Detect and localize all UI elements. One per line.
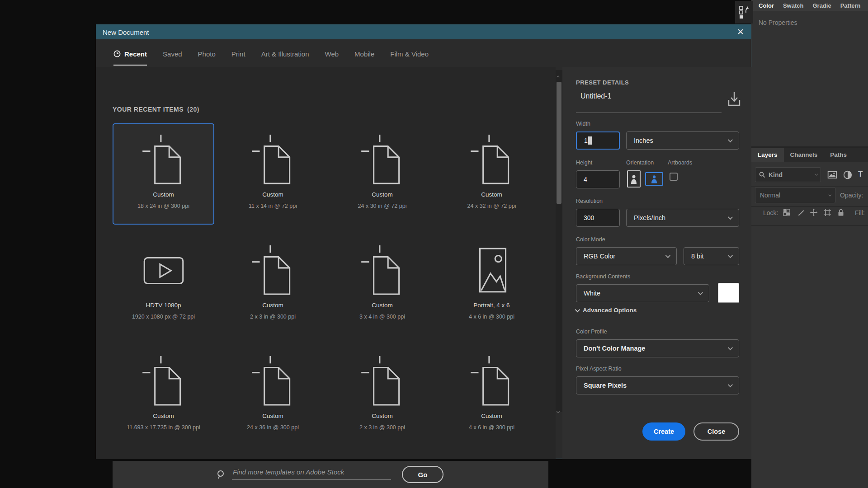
new-document-dialog: New Document ✕ RecentSavedPhotoPrintArt … (96, 24, 751, 459)
preset-item-size: 24 x 36 in @ 300 ppi (223, 424, 323, 431)
recent-items-heading: YOUR RECENT ITEMS(20) (113, 106, 199, 113)
preset-item-size: 2 x 3 in @ 300 ppi (223, 314, 323, 320)
preset-item[interactable]: Custom3 x 4 in @ 300 ppi (331, 234, 433, 335)
dialog-tab-bar: RecentSavedPhotoPrintArt & IllustrationW… (113, 39, 429, 67)
tab-mobile[interactable]: Mobile (354, 39, 374, 67)
artboards-checkbox[interactable] (670, 173, 678, 181)
tab-recent[interactable]: Recent (113, 39, 147, 67)
history-panel-icon (739, 5, 750, 19)
stock-search-input[interactable]: Find more templates on Adobe Stock (232, 467, 391, 480)
close-dialog-icon[interactable]: ✕ (735, 27, 746, 38)
tab-photo[interactable]: Photo (198, 39, 216, 67)
background-color-swatch[interactable] (718, 283, 739, 303)
collapsed-panel-button[interactable] (735, 1, 753, 23)
resolution-input[interactable]: 300 (576, 209, 620, 227)
preset-item[interactable]: Custom4 x 6 in @ 300 ppi (441, 345, 542, 446)
layer-filter-kind-dropdown[interactable]: Kind (755, 167, 821, 182)
preset-item[interactable]: Custom2 x 3 in @ 300 ppi (331, 345, 433, 446)
panel-tab-gradie[interactable]: Gradie (809, 0, 835, 11)
preset-item-name: Custom (442, 413, 542, 419)
preset-item[interactable]: HDTV 1080p1920 x 1080 px @ 72 ppi (113, 234, 214, 335)
scrollbar-thumb[interactable] (557, 82, 561, 204)
width-label: Width (576, 121, 590, 127)
preset-item-size: 4 x 6 in @ 300 ppi (442, 314, 542, 320)
preset-item-size: 24 x 30 in @ 72 ppi (332, 203, 432, 209)
preset-item-name: HDTV 1080p (113, 302, 213, 309)
panel-tab-pattern[interactable]: Pattern (837, 0, 864, 11)
preset-item-size: 18 x 24 in @ 300 ppi (113, 203, 213, 209)
pixel-aspect-ratio-dropdown[interactable]: Square Pixels (576, 376, 739, 394)
panel-tab-channels[interactable]: Channels (784, 148, 824, 162)
custom-doc-icon (113, 133, 213, 187)
grid-scrollbar[interactable] (556, 70, 562, 412)
custom-doc-icon (223, 244, 323, 297)
tab-art-illustration[interactable]: Art & Illustration (261, 39, 309, 67)
preset-details-heading: PRESET DETAILS (576, 79, 629, 86)
orientation-landscape-button[interactable] (645, 172, 663, 186)
panel-tab-swatch[interactable]: Swatch (779, 0, 807, 11)
color-profile-dropdown[interactable]: Don't Color Manage (576, 339, 739, 357)
bit-depth-dropdown[interactable]: 8 bit (684, 247, 739, 265)
scroll-up-icon[interactable] (557, 72, 561, 76)
panel-tab-color[interactable]: Color (755, 0, 778, 11)
lock-all-icon[interactable] (837, 208, 845, 216)
preset-item[interactable]: Custom2 x 3 in @ 300 ppi (222, 234, 324, 335)
preset-item-size: 4 x 6 in @ 300 ppi (442, 424, 542, 431)
lock-transparent-pixels-icon[interactable] (783, 208, 791, 216)
tab-print[interactable]: Print (231, 39, 245, 67)
preset-item-size: 24 x 32 in @ 72 ppi (442, 203, 542, 209)
document-name-input[interactable]: Untitled-1 (580, 92, 611, 100)
units-dropdown[interactable]: Inches (626, 131, 739, 150)
chevron-down-icon (665, 253, 670, 258)
color-mode-dropdown[interactable]: RGB Color (576, 247, 677, 265)
color-profile-label: Color Profile (576, 328, 607, 335)
preset-item[interactable]: Custom24 x 30 in @ 72 ppi (331, 123, 433, 225)
background-contents-dropdown[interactable]: White (576, 284, 709, 302)
preset-item-name: Custom (332, 302, 432, 309)
tab-saved[interactable]: Saved (163, 39, 182, 67)
artboards-label: Artboards (668, 160, 692, 166)
portrait-person-icon (630, 174, 637, 184)
chevron-down-icon (815, 173, 818, 176)
panel-tab-layers[interactable]: Layers (751, 148, 784, 162)
close-button[interactable]: Close (693, 422, 739, 441)
blend-mode-dropdown[interactable]: Normal (755, 187, 835, 203)
advanced-options-toggle[interactable]: Advanced Options (575, 307, 637, 314)
preset-item-name: Custom (223, 302, 323, 309)
preset-item-name: Custom (113, 191, 213, 198)
custom-doc-icon (332, 133, 432, 187)
chevron-down-icon (728, 382, 733, 387)
lock-artboard-icon[interactable] (823, 208, 831, 216)
preset-item[interactable]: Custom11.693 x 17.735 in @ 300 ppi (113, 345, 214, 446)
lock-position-icon[interactable] (810, 208, 818, 216)
preset-item[interactable]: Custom11 x 14 in @ 72 ppi (222, 123, 324, 225)
preset-item[interactable]: Portrait, 4 x 64 x 6 in @ 300 ppi (441, 234, 542, 335)
background-contents-label: Background Contents (576, 273, 630, 280)
scroll-down-icon[interactable] (557, 406, 561, 410)
chevron-down-icon (728, 215, 733, 220)
lock-image-pixels-icon[interactable] (797, 208, 805, 216)
save-preset-icon[interactable] (727, 91, 741, 107)
search-icon (217, 470, 226, 480)
custom-doc-icon (332, 244, 432, 297)
resolution-units-dropdown[interactable]: Pixels/Inch (626, 209, 739, 227)
layers-panel-tabs: LayersChannelsPaths (751, 148, 868, 162)
pixel-layer-filter-icon[interactable] (827, 170, 837, 180)
tab-web[interactable]: Web (325, 39, 339, 67)
custom-doc-icon (332, 355, 432, 408)
chevron-down-icon (728, 137, 733, 142)
preset-item[interactable]: Custom18 x 24 in @ 300 ppi (113, 123, 214, 225)
adjustment-layer-filter-icon[interactable] (843, 170, 853, 180)
orientation-portrait-button[interactable] (627, 170, 641, 188)
panel-tab-paths[interactable]: Paths (824, 148, 853, 162)
tab-film-video[interactable]: Film & Video (390, 39, 429, 67)
chevron-down-icon (728, 345, 733, 350)
preset-item[interactable]: Custom24 x 36 in @ 300 ppi (222, 345, 324, 446)
height-input[interactable]: 4 (576, 170, 620, 188)
landscape-person-icon (650, 174, 658, 183)
width-input[interactable]: 1 (576, 131, 620, 150)
preset-item[interactable]: Custom24 x 32 in @ 72 ppi (441, 123, 542, 225)
go-button[interactable]: Go (402, 466, 443, 483)
type-layer-filter-icon[interactable]: T (858, 170, 868, 180)
create-button[interactable]: Create (642, 422, 685, 441)
